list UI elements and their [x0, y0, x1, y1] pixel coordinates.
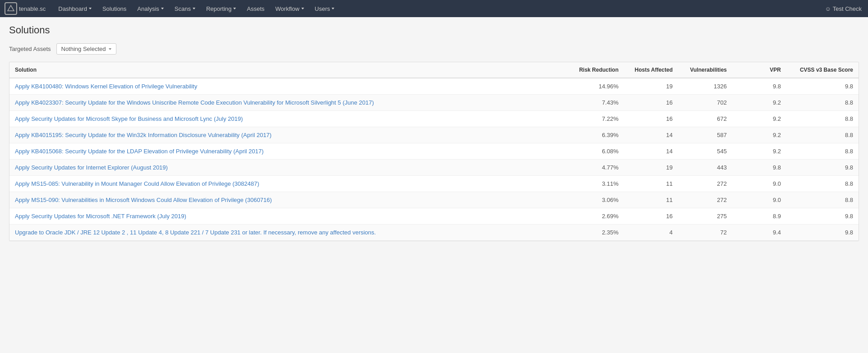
cell-solution[interactable]: Apply Security Updates for Microsoft Sky…	[9, 111, 570, 127]
logo-icon	[5, 2, 17, 15]
cell-hosts-affected: 4	[624, 225, 678, 241]
table-row[interactable]: Apply MS15-085: Vulnerability in Mount M…	[9, 176, 859, 192]
col-header-solution: Solution	[9, 62, 570, 78]
navbar: tenable.sc Dashboard Solutions Analysis …	[0, 0, 868, 17]
table-header: Solution Risk Reduction Hosts Affected V…	[9, 62, 859, 78]
table-row[interactable]: Apply KB4100480: Windows Kernel Elevatio…	[9, 78, 859, 95]
cell-risk-reduction: 3.11%	[570, 176, 624, 192]
chevron-down-icon	[109, 48, 111, 50]
cell-vulnerabilities: 443	[678, 160, 732, 176]
nav-users[interactable]: Users	[309, 0, 340, 17]
filter-bar: Targeted Assets Nothing Selected	[9, 43, 859, 55]
cell-solution[interactable]: Apply KB4015068: Security Update for the…	[9, 143, 570, 160]
cell-solution[interactable]: Apply Security Updates for Internet Expl…	[9, 160, 570, 176]
cell-vpr: 9.0	[732, 176, 786, 192]
cell-solution[interactable]: Apply KB4023307: Security Update for the…	[9, 95, 570, 111]
chevron-down-icon	[332, 8, 334, 9]
col-header-cvss: CVSS v3 Base Score	[786, 62, 859, 78]
cell-cvss: 9.8	[786, 225, 859, 241]
filter-select-value: Nothing Selected	[61, 46, 106, 52]
table-row[interactable]: Apply KB4023307: Security Update for the…	[9, 95, 859, 111]
cell-hosts-affected: 14	[624, 127, 678, 143]
cell-solution[interactable]: Apply MS15-085: Vulnerability in Mount M…	[9, 176, 570, 192]
cell-vulnerabilities: 272	[678, 192, 732, 208]
table-row[interactable]: Apply Security Updates for Microsoft Sky…	[9, 111, 859, 127]
cell-vulnerabilities: 587	[678, 127, 732, 143]
cell-vpr: 9.8	[732, 160, 786, 176]
cell-solution[interactable]: Apply MS15-090: Vulnerabilities in Micro…	[9, 192, 570, 208]
cell-vpr: 9.2	[732, 143, 786, 160]
cell-risk-reduction: 6.08%	[570, 143, 624, 160]
cell-solution[interactable]: Apply Security Updates for Microsoft .NE…	[9, 208, 570, 225]
nav-dashboard[interactable]: Dashboard	[53, 0, 97, 17]
cell-cvss: 9.8	[786, 78, 859, 95]
cell-hosts-affected: 16	[624, 208, 678, 225]
cell-risk-reduction: 3.06%	[570, 192, 624, 208]
cell-hosts-affected: 16	[624, 95, 678, 111]
cell-risk-reduction: 7.22%	[570, 111, 624, 127]
nav-assets[interactable]: Assets	[241, 0, 270, 17]
table-row[interactable]: Upgrade to Oracle JDK / JRE 12 Update 2 …	[9, 225, 859, 241]
solutions-table: Solution Risk Reduction Hosts Affected V…	[9, 62, 859, 241]
cell-vulnerabilities: 275	[678, 208, 732, 225]
cell-risk-reduction: 14.96%	[570, 78, 624, 95]
nav-solutions[interactable]: Solutions	[97, 0, 132, 17]
cell-solution[interactable]: Upgrade to Oracle JDK / JRE 12 Update 2 …	[9, 225, 570, 241]
table-row[interactable]: Apply Security Updates for Microsoft .NE…	[9, 208, 859, 225]
table-row[interactable]: Apply MS15-090: Vulnerabilities in Micro…	[9, 192, 859, 208]
table-row[interactable]: Apply Security Updates for Internet Expl…	[9, 160, 859, 176]
chevron-down-icon	[193, 8, 195, 9]
col-header-vulnerabilities: Vulnerabilities	[678, 62, 732, 78]
cell-cvss: 9.8	[786, 160, 859, 176]
nav-analysis[interactable]: Analysis	[132, 0, 169, 17]
page-container: Solutions Targeted Assets Nothing Select…	[0, 17, 868, 353]
brand[interactable]: tenable.sc	[5, 2, 46, 15]
cell-cvss: 8.8	[786, 127, 859, 143]
chevron-down-icon	[233, 8, 236, 9]
cell-hosts-affected: 19	[624, 160, 678, 176]
cell-vulnerabilities: 272	[678, 176, 732, 192]
cell-vulnerabilities: 672	[678, 111, 732, 127]
cell-solution[interactable]: Apply KB4015195: Security Update for the…	[9, 127, 570, 143]
nav-scans[interactable]: Scans	[169, 0, 201, 17]
targeted-assets-select[interactable]: Nothing Selected	[56, 43, 116, 55]
col-header-risk-reduction: Risk Reduction	[570, 62, 624, 78]
table-row[interactable]: Apply KB4015068: Security Update for the…	[9, 143, 859, 160]
cell-cvss: 8.8	[786, 176, 859, 192]
cell-cvss: 8.8	[786, 143, 859, 160]
cell-risk-reduction: 7.43%	[570, 95, 624, 111]
cell-vpr: 9.2	[732, 111, 786, 127]
cell-cvss: 9.8	[786, 208, 859, 225]
table-body: Apply KB4100480: Windows Kernel Elevatio…	[9, 78, 859, 241]
filter-label: Targeted Assets	[9, 46, 51, 52]
cell-vulnerabilities: 72	[678, 225, 732, 241]
nav-reporting[interactable]: Reporting	[201, 0, 241, 17]
user-menu[interactable]: ☺ Test Check	[825, 5, 863, 12]
cell-risk-reduction: 4.77%	[570, 160, 624, 176]
cell-hosts-affected: 16	[624, 111, 678, 127]
cell-vpr: 9.0	[732, 192, 786, 208]
cell-risk-reduction: 2.69%	[570, 208, 624, 225]
cell-vpr: 9.8	[732, 78, 786, 95]
svg-marker-0	[8, 5, 14, 11]
cell-hosts-affected: 11	[624, 176, 678, 192]
cell-risk-reduction: 2.35%	[570, 225, 624, 241]
table-row[interactable]: Apply KB4015195: Security Update for the…	[9, 127, 859, 143]
cell-vpr: 9.2	[732, 127, 786, 143]
cell-vpr: 8.9	[732, 208, 786, 225]
cell-cvss: 8.8	[786, 95, 859, 111]
cell-cvss: 8.8	[786, 111, 859, 127]
cell-vulnerabilities: 702	[678, 95, 732, 111]
cell-hosts-affected: 11	[624, 192, 678, 208]
cell-vulnerabilities: 545	[678, 143, 732, 160]
page-title: Solutions	[9, 24, 859, 36]
cell-vpr: 9.4	[732, 225, 786, 241]
nav-workflow[interactable]: Workflow	[270, 0, 309, 17]
cell-hosts-affected: 14	[624, 143, 678, 160]
cell-hosts-affected: 19	[624, 78, 678, 95]
col-header-vpr: VPR	[732, 62, 786, 78]
table-scroll-area[interactable]: Solution Risk Reduction Hosts Affected V…	[9, 62, 859, 241]
solutions-table-container: Solution Risk Reduction Hosts Affected V…	[9, 62, 859, 241]
cell-solution[interactable]: Apply KB4100480: Windows Kernel Elevatio…	[9, 78, 570, 95]
user-icon: ☺	[825, 5, 831, 12]
